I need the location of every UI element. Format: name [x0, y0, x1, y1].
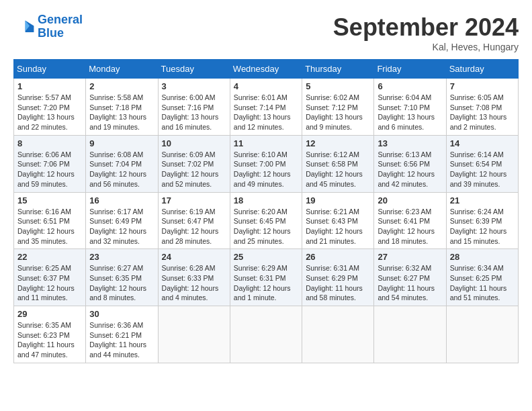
col-saturday: Saturday: [446, 60, 518, 79]
day-number: 1: [17, 81, 82, 91]
calendar-week-row: 15 Sunrise: 6:16 AM Sunset: 6:51 PM Dayl…: [14, 192, 519, 249]
day-number: 6: [378, 81, 442, 91]
day-info: Sunrise: 6:13 AM Sunset: 6:56 PM Dayligh…: [378, 150, 442, 189]
day-info: Sunrise: 6:25 AM Sunset: 6:37 PM Dayligh…: [17, 263, 82, 303]
col-monday: Monday: [86, 60, 158, 79]
day-number: 4: [234, 81, 298, 91]
calendar-cell: [374, 306, 446, 363]
day-number: 18: [234, 195, 298, 205]
day-info: Sunrise: 6:35 AM Sunset: 6:23 PM Dayligh…: [17, 320, 82, 360]
calendar-cell: 12 Sunrise: 6:12 AM Sunset: 6:58 PM Dayl…: [302, 135, 374, 192]
calendar-cell: [158, 306, 230, 363]
calendar-cell: 29 Sunrise: 6:35 AM Sunset: 6:23 PM Dayl…: [14, 306, 86, 363]
calendar-cell: 26 Sunrise: 6:31 AM Sunset: 6:29 PM Dayl…: [302, 249, 374, 306]
calendar-cell: 14 Sunrise: 6:14 AM Sunset: 6:54 PM Dayl…: [446, 135, 518, 192]
calendar-cell: 7 Sunrise: 6:05 AM Sunset: 7:08 PM Dayli…: [446, 79, 518, 136]
day-info: Sunrise: 6:01 AM Sunset: 7:14 PM Dayligh…: [234, 93, 298, 132]
day-info: Sunrise: 6:10 AM Sunset: 7:00 PM Dayligh…: [234, 150, 298, 189]
day-number: 3: [162, 81, 226, 91]
calendar-header-row: Sunday Monday Tuesday Wednesday Thursday…: [14, 60, 519, 79]
calendar-cell: 3 Sunrise: 6:00 AM Sunset: 7:16 PM Dayli…: [158, 79, 230, 136]
day-info: Sunrise: 6:36 AM Sunset: 6:21 PM Dayligh…: [89, 320, 154, 360]
calendar-cell: 20 Sunrise: 6:23 AM Sunset: 6:41 PM Dayl…: [374, 192, 446, 249]
col-wednesday: Wednesday: [230, 60, 302, 79]
day-number: 8: [17, 138, 82, 148]
calendar-table: Sunday Monday Tuesday Wednesday Thursday…: [13, 59, 519, 363]
day-info: Sunrise: 6:16 AM Sunset: 6:51 PM Dayligh…: [17, 207, 82, 246]
day-info: Sunrise: 6:19 AM Sunset: 6:47 PM Dayligh…: [162, 207, 226, 246]
day-info: Sunrise: 6:20 AM Sunset: 6:45 PM Dayligh…: [234, 207, 298, 246]
calendar-cell: 5 Sunrise: 6:02 AM Sunset: 7:12 PM Dayli…: [302, 79, 374, 136]
day-info: Sunrise: 6:06 AM Sunset: 7:06 PM Dayligh…: [17, 150, 82, 189]
day-info: Sunrise: 6:32 AM Sunset: 6:27 PM Dayligh…: [378, 263, 442, 303]
day-number: 25: [234, 252, 298, 262]
calendar-cell: 24 Sunrise: 6:28 AM Sunset: 6:33 PM Dayl…: [158, 249, 230, 306]
day-number: 26: [306, 252, 370, 262]
day-info: Sunrise: 6:12 AM Sunset: 6:58 PM Dayligh…: [306, 150, 370, 189]
calendar-cell: 4 Sunrise: 6:01 AM Sunset: 7:14 PM Dayli…: [230, 79, 302, 136]
calendar-cell: 6 Sunrise: 6:04 AM Sunset: 7:10 PM Dayli…: [374, 79, 446, 136]
month-title: September 2024: [333, 13, 519, 42]
day-number: 17: [162, 195, 226, 205]
calendar-cell: 19 Sunrise: 6:21 AM Sunset: 6:43 PM Dayl…: [302, 192, 374, 249]
day-number: 19: [306, 195, 370, 205]
col-thursday: Thursday: [302, 60, 374, 79]
day-info: Sunrise: 6:21 AM Sunset: 6:43 PM Dayligh…: [306, 207, 370, 246]
day-info: Sunrise: 6:17 AM Sunset: 6:49 PM Dayligh…: [89, 207, 154, 246]
day-number: 16: [89, 195, 154, 205]
logo-text: General Blue: [38, 13, 83, 40]
calendar-body: 1 Sunrise: 5:57 AM Sunset: 7:20 PM Dayli…: [14, 79, 519, 363]
calendar-cell: 15 Sunrise: 6:16 AM Sunset: 6:51 PM Dayl…: [14, 192, 86, 249]
location: Kal, Heves, Hungary: [333, 42, 519, 52]
logo-icon: [13, 16, 35, 38]
calendar-week-row: 8 Sunrise: 6:06 AM Sunset: 7:06 PM Dayli…: [14, 135, 519, 192]
day-number: 12: [306, 138, 370, 148]
day-info: Sunrise: 6:27 AM Sunset: 6:35 PM Dayligh…: [89, 263, 154, 303]
col-friday: Friday: [374, 60, 446, 79]
calendar-cell: 11 Sunrise: 6:10 AM Sunset: 7:00 PM Dayl…: [230, 135, 302, 192]
day-info: Sunrise: 6:14 AM Sunset: 6:54 PM Dayligh…: [450, 150, 515, 189]
day-info: Sunrise: 6:09 AM Sunset: 7:02 PM Dayligh…: [162, 150, 226, 189]
day-number: 24: [162, 252, 226, 262]
calendar-cell: [230, 306, 302, 363]
day-info: Sunrise: 6:04 AM Sunset: 7:10 PM Dayligh…: [378, 93, 442, 132]
col-tuesday: Tuesday: [158, 60, 230, 79]
calendar-cell: 9 Sunrise: 6:08 AM Sunset: 7:04 PM Dayli…: [86, 135, 158, 192]
calendar-cell: 23 Sunrise: 6:27 AM Sunset: 6:35 PM Dayl…: [86, 249, 158, 306]
day-number: 5: [306, 81, 370, 91]
calendar-cell: 18 Sunrise: 6:20 AM Sunset: 6:45 PM Dayl…: [230, 192, 302, 249]
day-number: 14: [450, 138, 515, 148]
calendar-cell: 25 Sunrise: 6:29 AM Sunset: 6:31 PM Dayl…: [230, 249, 302, 306]
day-info: Sunrise: 6:34 AM Sunset: 6:25 PM Dayligh…: [450, 263, 515, 303]
day-number: 28: [450, 252, 515, 262]
calendar-cell: 22 Sunrise: 6:25 AM Sunset: 6:37 PM Dayl…: [14, 249, 86, 306]
day-number: 9: [89, 138, 154, 148]
calendar-cell: 2 Sunrise: 5:58 AM Sunset: 7:18 PM Dayli…: [86, 79, 158, 136]
calendar-cell: 21 Sunrise: 6:24 AM Sunset: 6:39 PM Dayl…: [446, 192, 518, 249]
day-number: 20: [378, 195, 442, 205]
day-info: Sunrise: 6:00 AM Sunset: 7:16 PM Dayligh…: [162, 93, 226, 132]
day-number: 7: [450, 81, 515, 91]
day-number: 21: [450, 195, 515, 205]
title-block: September 2024 Kal, Heves, Hungary: [333, 13, 519, 52]
page-header: General Blue September 2024 Kal, Heves, …: [13, 13, 519, 52]
calendar-week-row: 29 Sunrise: 6:35 AM Sunset: 6:23 PM Dayl…: [14, 306, 519, 363]
day-number: 22: [17, 252, 82, 262]
calendar-cell: 10 Sunrise: 6:09 AM Sunset: 7:02 PM Dayl…: [158, 135, 230, 192]
day-info: Sunrise: 5:57 AM Sunset: 7:20 PM Dayligh…: [17, 93, 82, 132]
calendar-week-row: 22 Sunrise: 6:25 AM Sunset: 6:37 PM Dayl…: [14, 249, 519, 306]
day-info: Sunrise: 5:58 AM Sunset: 7:18 PM Dayligh…: [89, 93, 154, 132]
calendar-cell: 8 Sunrise: 6:06 AM Sunset: 7:06 PM Dayli…: [14, 135, 86, 192]
day-info: Sunrise: 6:29 AM Sunset: 6:31 PM Dayligh…: [234, 263, 298, 303]
calendar-cell: 1 Sunrise: 5:57 AM Sunset: 7:20 PM Dayli…: [14, 79, 86, 136]
day-number: 11: [234, 138, 298, 148]
calendar-cell: 27 Sunrise: 6:32 AM Sunset: 6:27 PM Dayl…: [374, 249, 446, 306]
day-info: Sunrise: 6:24 AM Sunset: 6:39 PM Dayligh…: [450, 207, 515, 246]
day-info: Sunrise: 6:28 AM Sunset: 6:33 PM Dayligh…: [162, 263, 226, 303]
day-number: 23: [89, 252, 154, 262]
calendar-cell: [446, 306, 518, 363]
calendar-cell: [302, 306, 374, 363]
day-info: Sunrise: 6:08 AM Sunset: 7:04 PM Dayligh…: [89, 150, 154, 189]
day-number: 27: [378, 252, 442, 262]
calendar-cell: 28 Sunrise: 6:34 AM Sunset: 6:25 PM Dayl…: [446, 249, 518, 306]
